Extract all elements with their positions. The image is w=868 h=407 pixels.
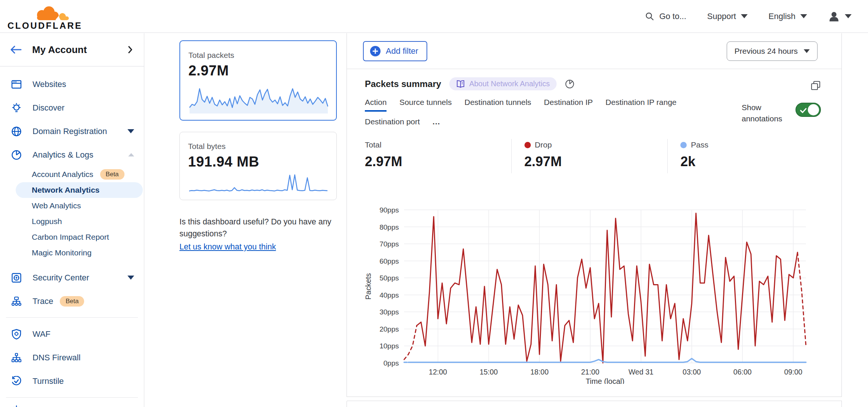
stat-pass: Pass 2k [667, 139, 824, 173]
metric-value: 2.97M [188, 63, 329, 79]
sidebar-divider [6, 397, 138, 398]
support-menu[interactable]: Support [707, 12, 748, 21]
sidebar-item-label: Turnstile [33, 376, 64, 386]
sidebar-subitem-web-analytics[interactable]: Web Analytics [0, 198, 144, 214]
cloudflare-cloud-icon [28, 6, 72, 22]
stat-label: Total [365, 140, 381, 149]
sidebar-subitem-network-analytics[interactable]: Network Analytics [16, 182, 143, 198]
sidebar-item-analytics-logs[interactable]: Analytics & Logs [0, 143, 144, 167]
websites-icon [10, 80, 22, 89]
chevron-down-icon [127, 276, 134, 280]
add-filter-label: Add filter [386, 46, 418, 56]
refresh-check-icon [10, 376, 22, 386]
sidebar-item-partial[interactable] [0, 402, 144, 407]
subitem-label: Carbon Impact Report [32, 233, 109, 242]
globe-icon [10, 126, 22, 137]
sidebar-subitem-carbon-impact-report[interactable]: Carbon Impact Report [0, 229, 144, 245]
svg-text:50pps: 50pps [379, 274, 399, 282]
about-badge-label: About Network Analytics [469, 80, 550, 88]
security-safe-icon [10, 273, 22, 283]
cloudflare-wordmark: CLOUDFLARE [7, 21, 82, 31]
chevron-right-icon[interactable] [127, 46, 133, 54]
sidebar-subitem-account-analytics[interactable]: Account Analytics Beta [0, 167, 144, 182]
total-packets-card[interactable]: Total packets 2.97M [179, 40, 337, 121]
subitem-label: Network Analytics [32, 186, 99, 195]
sidebar-item-security-center[interactable]: Security Center [0, 266, 144, 289]
packets-summary-panel: Add filter Previous 24 hours Packets sum… [347, 33, 842, 397]
chevron-up-icon [128, 153, 134, 156]
sidebar-item-discover[interactable]: Discover [0, 96, 144, 119]
time-range-dropdown[interactable]: Previous 24 hours [727, 41, 818, 61]
add-filter-button[interactable]: Add filter [363, 41, 427, 61]
sidebar-item-label: Security Center [33, 273, 89, 283]
goto-search[interactable]: Go to... [645, 12, 686, 21]
tab-destination-tunnels[interactable]: Destination tunnels [464, 98, 531, 108]
svg-text:30pps: 30pps [379, 308, 399, 316]
chevron-down-icon [741, 14, 748, 18]
panel-body: Packets summary About Network Analytics … [347, 77, 841, 385]
tab-destination-ip[interactable]: Destination IP [544, 98, 593, 108]
chevron-down-icon [127, 129, 134, 133]
back-arrow-icon[interactable] [10, 45, 22, 54]
tab-source-tunnels[interactable]: Source tunnels [399, 98, 452, 108]
tab-action[interactable]: Action [365, 98, 387, 108]
sidebar-item-label: Trace [33, 296, 53, 306]
sidebar-item-websites[interactable]: Websites [0, 72, 144, 96]
svg-text:18:00: 18:00 [530, 368, 549, 376]
total-bytes-sparkline [188, 170, 329, 196]
pie-chart-icon[interactable] [565, 79, 575, 89]
show-annotations-toggle[interactable] [795, 103, 821, 117]
subitem-label: Logpush [32, 217, 62, 226]
svg-text:12:00: 12:00 [429, 368, 447, 376]
subitem-label: Magic Monitoring [32, 248, 92, 257]
sidebar-item-trace[interactable]: Trace Beta [0, 289, 144, 313]
sidebar-item-label: DNS Firewall [33, 353, 80, 363]
subitem-label: Web Analytics [32, 201, 81, 210]
check-icon [800, 107, 807, 114]
tab-destination-ip-range[interactable]: Destination IP range [606, 98, 677, 108]
pass-legend-dot [680, 142, 687, 148]
header-controls: Go to... Support English [624, 10, 852, 22]
more-tabs-button[interactable]: ... [433, 117, 440, 128]
sidebar-nav: Websites Discover Domain Registration An… [0, 66, 144, 407]
sidebar-item-label: Discover [33, 103, 65, 113]
packets-chart[interactable]: 0pps10pps20pps30pps40pps50pps60pps70pps8… [365, 205, 824, 384]
account-row: My Account [0, 33, 144, 66]
sidebar-item-label: Websites [33, 80, 66, 89]
svg-text:21:00: 21:00 [581, 368, 599, 376]
language-menu[interactable]: English [769, 12, 807, 21]
drop-legend-dot [524, 142, 531, 148]
sidebar-subitem-logpush[interactable]: Logpush [0, 214, 144, 229]
sidebar: My Account Websites Discover Domain Regi… [0, 33, 144, 407]
sidebar-item-domain-registration[interactable]: Domain Registration [0, 119, 144, 143]
feedback-link[interactable]: Let us know what you think [179, 241, 276, 253]
metric-value: 191.94 MB [188, 154, 329, 170]
svg-text:06:00: 06:00 [733, 368, 752, 376]
total-bytes-card[interactable]: Total bytes 191.94 MB [179, 132, 337, 200]
sidebar-item-turnstile[interactable]: Turnstile [0, 369, 144, 393]
beta-badge: Beta [100, 169, 124, 180]
search-icon [645, 12, 655, 21]
shield-gear-icon [10, 329, 22, 339]
chevron-down-icon [800, 14, 807, 18]
tab-destination-port[interactable]: Destination port [365, 117, 420, 128]
metric-label: Total bytes [188, 142, 329, 151]
sidebar-item-waf[interactable]: WAF [0, 322, 144, 346]
stat-value: 2k [680, 154, 824, 170]
show-annotations-label: Show annotations [742, 102, 786, 125]
show-annotations-control: Show annotations [742, 102, 821, 125]
sidebar-item-dns-firewall[interactable]: DNS Firewall [0, 346, 144, 369]
plus-circle-icon [370, 46, 381, 57]
svg-text:Wed 31: Wed 31 [628, 368, 653, 376]
sidebar-subitem-magic-monitoring[interactable]: Magic Monitoring [0, 245, 144, 261]
stat-total: Total 2.97M [365, 139, 511, 173]
sidebar-divider [6, 317, 138, 318]
expand-panel-icon[interactable] [810, 80, 821, 91]
partial-nav-icon [10, 404, 22, 407]
cloudflare-logo[interactable]: CLOUDFLARE [7, 3, 72, 29]
user-menu[interactable] [828, 10, 852, 22]
toggle-knob [808, 104, 819, 115]
panel-tabs: Action Source tunnels Destination tunnel… [365, 98, 718, 128]
about-network-analytics-badge[interactable]: About Network Analytics [449, 77, 557, 90]
book-icon [456, 80, 465, 88]
